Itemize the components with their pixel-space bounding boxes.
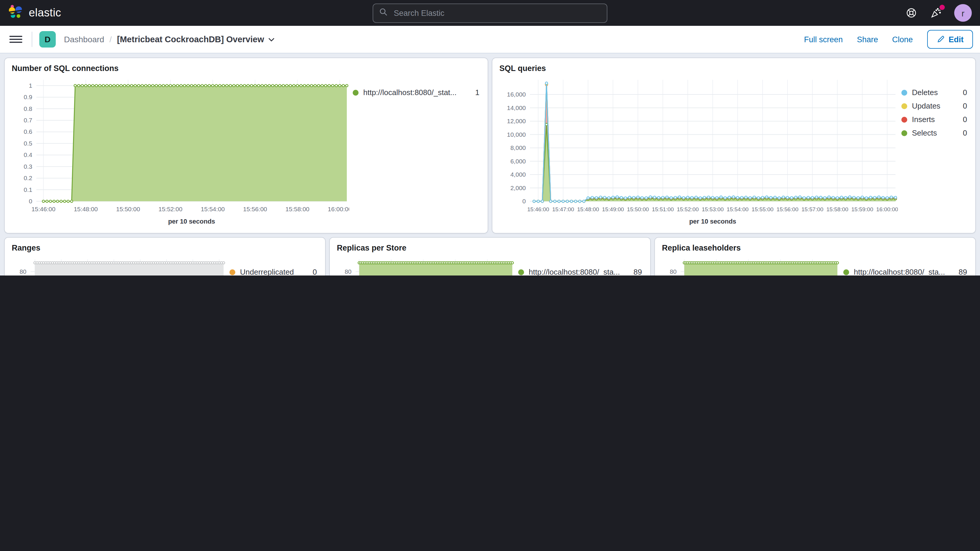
svg-text:per 10 seconds: per 10 seconds bbox=[168, 218, 215, 225]
search-input[interactable] bbox=[393, 8, 601, 18]
svg-text:15:59:00: 15:59:00 bbox=[851, 206, 873, 212]
svg-text:15:56:00: 15:56:00 bbox=[243, 205, 267, 212]
life-ring-icon bbox=[905, 7, 917, 19]
legend-item[interactable]: Deletes0 bbox=[901, 88, 967, 97]
svg-text:0.6: 0.6 bbox=[24, 128, 32, 135]
legend-item[interactable]: Inserts0 bbox=[901, 115, 967, 124]
panel-sql-queries: SQL queries 15:46:0015:47:0015:48:0015:4… bbox=[492, 58, 975, 233]
user-avatar[interactable]: r bbox=[954, 4, 972, 22]
legend-value: 0 bbox=[313, 268, 317, 276]
svg-text:0: 0 bbox=[29, 198, 32, 204]
svg-text:15:48:00: 15:48:00 bbox=[577, 206, 599, 212]
svg-text:15:55:00: 15:55:00 bbox=[752, 206, 774, 212]
breadcrumb-separator: / bbox=[110, 35, 112, 44]
legend-label: Deletes bbox=[912, 88, 957, 97]
svg-text:0.5: 0.5 bbox=[24, 140, 32, 147]
elastic-logo-icon bbox=[8, 4, 24, 22]
legend-item[interactable]: http://localhost:8080/_sta...89 bbox=[843, 268, 967, 276]
panel-number-of-sql-connections: Number of SQL connections 15:46:0015:48:… bbox=[5, 58, 488, 233]
chart-legend: http://localhost:8080/_sta...89 bbox=[515, 253, 643, 276]
global-search[interactable] bbox=[372, 3, 608, 22]
legend-label: http://localhost:8080/_stat... bbox=[363, 88, 469, 97]
svg-text:15:53:00: 15:53:00 bbox=[702, 206, 724, 212]
legend-label: Updates bbox=[912, 102, 957, 110]
svg-text:15:56:00: 15:56:00 bbox=[777, 206, 799, 212]
breadcrumb-dashboard-link[interactable]: Dashboard bbox=[64, 35, 104, 44]
chart-replicas-per-store[interactable]: 15:46:0015:49:0015:52:0015:55:0015:58:00… bbox=[337, 253, 643, 276]
svg-text:14,000: 14,000 bbox=[507, 104, 526, 111]
legend-dot-icon bbox=[353, 89, 358, 96]
legend-value: 1 bbox=[475, 88, 479, 97]
svg-text:80: 80 bbox=[20, 268, 26, 275]
elastic-home-link[interactable]: elastic bbox=[8, 4, 61, 22]
panel-title: Number of SQL connections bbox=[12, 64, 480, 73]
svg-text:10,000: 10,000 bbox=[507, 131, 526, 138]
chart-replica-leaseholders[interactable]: 15:46:0015:49:0015:52:0015:55:0015:58:00… bbox=[662, 253, 968, 276]
svg-text:15:58:00: 15:58:00 bbox=[826, 206, 848, 212]
svg-text:2,000: 2,000 bbox=[510, 185, 526, 191]
legend-label: http://localhost:8080/_sta... bbox=[854, 268, 953, 276]
edit-button-label: Edit bbox=[948, 35, 964, 44]
legend-dot-icon bbox=[901, 116, 907, 123]
svg-text:15:54:00: 15:54:00 bbox=[201, 205, 225, 212]
svg-text:0.4: 0.4 bbox=[24, 151, 33, 158]
chart-legend: Underreplicated0Overreplicated0Unavailab… bbox=[226, 253, 318, 276]
chart-legend: http://localhost:8080/_sta...89 bbox=[840, 253, 968, 276]
page-title: [Metricbeat CockroachDB] Overview bbox=[117, 35, 264, 44]
legend-item[interactable]: http://localhost:8080/_stat...1 bbox=[353, 88, 479, 97]
legend-item[interactable]: http://localhost:8080/_sta...89 bbox=[518, 268, 642, 276]
svg-text:80: 80 bbox=[345, 268, 352, 275]
panel-ranges: Ranges 15:46:0015:48:0015:50:0015:52:001… bbox=[5, 238, 325, 276]
legend-value: 0 bbox=[963, 129, 967, 137]
legend-label: Inserts bbox=[912, 115, 957, 124]
legend-item[interactable]: Underreplicated0 bbox=[229, 268, 317, 276]
svg-text:80: 80 bbox=[670, 268, 677, 275]
legend-value: 89 bbox=[959, 268, 967, 276]
legend-dot-icon bbox=[901, 89, 907, 96]
toolbar: D Dashboard / [Metricbeat CockroachDB] O… bbox=[0, 26, 980, 53]
legend-dot-icon bbox=[518, 269, 524, 275]
chart-ranges[interactable]: 15:46:0015:48:0015:50:0015:52:0015:54:00… bbox=[12, 253, 318, 276]
svg-text:0.3: 0.3 bbox=[24, 163, 32, 170]
panel-title: SQL queries bbox=[500, 64, 968, 73]
space-badge-dashboard[interactable]: D bbox=[39, 31, 56, 48]
svg-text:0: 0 bbox=[522, 198, 526, 204]
legend-value: 0 bbox=[963, 115, 967, 124]
help-button[interactable] bbox=[905, 6, 918, 19]
svg-text:per 10 seconds: per 10 seconds bbox=[689, 218, 736, 225]
clone-button[interactable]: Clone bbox=[892, 35, 913, 44]
panel-title: Replica leaseholders bbox=[662, 244, 968, 252]
edit-button[interactable]: Edit bbox=[927, 30, 973, 49]
chart-sql-connections[interactable]: 15:46:0015:48:0015:50:0015:52:0015:54:00… bbox=[12, 74, 480, 227]
svg-text:15:51:00: 15:51:00 bbox=[652, 206, 674, 212]
search-icon bbox=[379, 7, 388, 19]
svg-text:15:54:00: 15:54:00 bbox=[727, 206, 749, 212]
legend-dot-icon bbox=[229, 269, 235, 275]
newsfeed-button[interactable] bbox=[929, 6, 942, 19]
svg-text:15:50:00: 15:50:00 bbox=[116, 205, 140, 212]
svg-text:15:48:00: 15:48:00 bbox=[74, 205, 98, 212]
dashboard-title-menu[interactable]: [Metricbeat CockroachDB] Overview bbox=[117, 35, 275, 44]
legend-item[interactable]: Selects0 bbox=[901, 129, 967, 137]
panel-replica-leaseholders: Replica leaseholders 15:46:0015:49:0015:… bbox=[655, 238, 975, 276]
svg-text:15:47:00: 15:47:00 bbox=[552, 206, 574, 212]
chart-legend: Deletes0Updates0Inserts0Selects0 bbox=[898, 74, 968, 227]
panel-title: Replicas per Store bbox=[337, 244, 643, 252]
full-screen-button[interactable]: Full screen bbox=[804, 35, 843, 44]
legend-dot-icon bbox=[843, 269, 849, 275]
share-button[interactable]: Share bbox=[857, 35, 878, 44]
legend-dot-icon bbox=[901, 103, 907, 109]
svg-text:15:58:00: 15:58:00 bbox=[285, 205, 310, 212]
chart-sql-queries[interactable]: 15:46:0015:47:0015:48:0015:49:0015:50:00… bbox=[500, 74, 968, 227]
svg-text:15:50:00: 15:50:00 bbox=[627, 206, 649, 212]
svg-text:15:46:00: 15:46:00 bbox=[32, 205, 56, 212]
svg-text:4,000: 4,000 bbox=[510, 171, 526, 178]
legend-item[interactable]: Updates0 bbox=[901, 102, 967, 110]
menu-button[interactable] bbox=[7, 30, 25, 48]
svg-text:0.8: 0.8 bbox=[24, 105, 32, 112]
svg-text:15:49:00: 15:49:00 bbox=[602, 206, 624, 212]
legend-value: 0 bbox=[963, 102, 967, 110]
avatar-initial: r bbox=[961, 8, 964, 18]
panel-replicas-per-store: Replicas per Store 15:46:0015:49:0015:52… bbox=[330, 238, 650, 276]
legend-value: 0 bbox=[963, 88, 967, 97]
